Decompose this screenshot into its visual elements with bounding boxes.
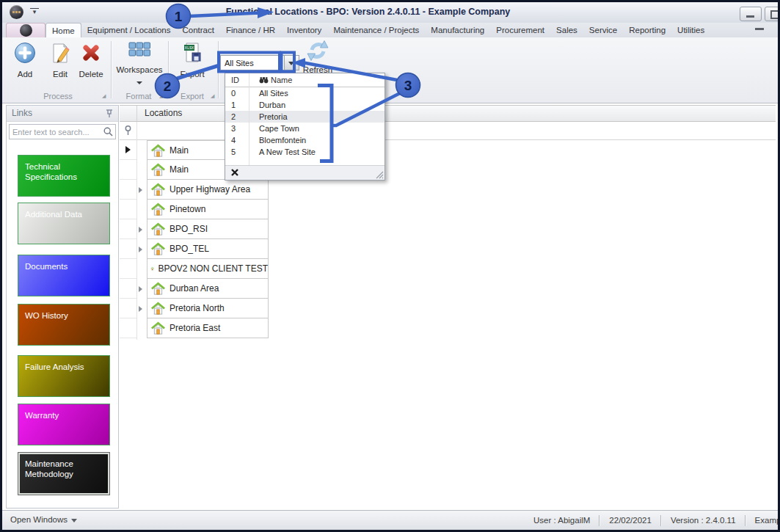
house-icon bbox=[150, 301, 166, 316]
tab-equipment-locations[interactable]: Equipment / Locations bbox=[81, 23, 177, 37]
tree-row[interactable]: BPO_RSI bbox=[120, 219, 486, 239]
site-filter-combobox: All Sites bbox=[220, 55, 299, 70]
status-fields: User : AbigailM 22/02/2021 Version : 2.4… bbox=[525, 511, 780, 530]
row-indicator bbox=[120, 259, 136, 279]
chevron-down-icon bbox=[71, 519, 77, 522]
link-button-additional-data[interactable]: Additional Data bbox=[18, 203, 110, 244]
tab-reporting[interactable]: Reporting bbox=[623, 23, 671, 37]
quick-access-dropdown[interactable]: ▾ bbox=[30, 8, 39, 15]
tree-row[interactable]: Durban Area bbox=[120, 279, 486, 299]
expand-slot bbox=[136, 200, 147, 219]
tab-procurement[interactable]: Procurement bbox=[490, 23, 550, 37]
link-button-wo-history[interactable]: WO History bbox=[18, 304, 110, 346]
tab-contract[interactable]: Contract bbox=[176, 23, 219, 37]
tree-row[interactable]: Pinetown bbox=[120, 200, 486, 219]
house-icon bbox=[150, 321, 166, 335]
pin-icon[interactable] bbox=[105, 109, 114, 119]
row-indicator-header bbox=[120, 106, 137, 121]
tree-row[interactable]: Pretoria North bbox=[120, 299, 486, 318]
group-separator bbox=[111, 41, 112, 98]
expand-icon[interactable] bbox=[139, 247, 142, 252]
tab-inventory[interactable]: Inventory bbox=[281, 23, 327, 37]
expand-slot bbox=[136, 279, 147, 299]
tab-manufacturing[interactable]: Manufacturing bbox=[425, 23, 490, 37]
minimize-icon bbox=[746, 15, 754, 18]
dialog-launcher-format[interactable]: ◢ bbox=[159, 93, 163, 99]
tab-utilities[interactable]: Utilities bbox=[671, 23, 710, 37]
maximize-button[interactable] bbox=[765, 7, 780, 21]
auto-filter-row[interactable] bbox=[120, 122, 776, 140]
group-caption-format: Format bbox=[112, 92, 165, 101]
tree-row[interactable]: Upper Highway Area bbox=[120, 180, 486, 200]
binoculars-icon bbox=[259, 76, 269, 84]
house-icon bbox=[150, 222, 166, 236]
add-icon bbox=[12, 40, 37, 65]
link-button-documents[interactable]: Documents bbox=[18, 255, 110, 296]
dropdown-footer bbox=[225, 165, 384, 180]
expand-icon[interactable] bbox=[139, 227, 142, 233]
group-caption-export: Export bbox=[170, 92, 215, 101]
add-button[interactable]: Add bbox=[8, 40, 42, 87]
svg-text:XLSX: XLSX bbox=[185, 46, 194, 51]
tab-finance-hr[interactable]: Finance / HR bbox=[220, 23, 281, 37]
tree-row-label: Pinetown bbox=[170, 204, 205, 214]
maximize-icon bbox=[770, 10, 780, 19]
status-user: User : AbigailM bbox=[525, 516, 599, 525]
expand-slot bbox=[136, 160, 147, 180]
application-menu-button[interactable] bbox=[6, 23, 45, 37]
site-filter-value[interactable]: All Sites bbox=[220, 55, 285, 70]
tree-row[interactable]: Pretoria East bbox=[120, 318, 486, 338]
tab-service[interactable]: Service bbox=[583, 23, 623, 37]
tree-row-label: Pretoria East bbox=[170, 323, 220, 333]
refresh-button[interactable]: Refresh bbox=[297, 39, 338, 74]
tree-row-label: Main bbox=[170, 164, 189, 175]
expand-icon[interactable] bbox=[139, 187, 142, 193]
filter-pin-icon bbox=[124, 125, 132, 136]
tab-home[interactable]: Home bbox=[45, 23, 81, 37]
workspaces-button[interactable]: Workspaces bbox=[114, 40, 165, 87]
column-header-name[interactable]: Name bbox=[255, 73, 384, 87]
tree-row-label: BPOV2 NON CLIENT TEST bbox=[158, 263, 268, 274]
dialog-launcher-export[interactable]: ◢ bbox=[211, 93, 214, 99]
link-button-failure-analysis[interactable]: Failure Analysis bbox=[18, 355, 110, 397]
open-windows-button[interactable]: Open Windows bbox=[10, 515, 77, 524]
link-button-warranty[interactable]: Warranty bbox=[18, 404, 110, 445]
group-separator bbox=[218, 41, 219, 98]
workspaces-icon bbox=[127, 40, 152, 61]
minimize-button[interactable] bbox=[740, 7, 762, 21]
link-button-technical-specifications[interactable]: Technical Specifications bbox=[18, 155, 110, 197]
window-title: Functional Locations - BPO: Version 2.4.… bbox=[46, 7, 690, 17]
locations-column-header[interactable]: Locations bbox=[137, 106, 182, 121]
clear-filter-button[interactable] bbox=[230, 168, 239, 177]
delete-icon bbox=[79, 40, 103, 65]
title-bar: ▾ Functional Locations - BPO: Version 2.… bbox=[2, 2, 778, 23]
ribbon-collapse-button[interactable] bbox=[755, 28, 764, 30]
expand-slot bbox=[136, 140, 147, 160]
search-input[interactable] bbox=[10, 125, 115, 139]
links-search-box bbox=[9, 124, 116, 139]
tab-maintenance-projects[interactable]: Maintenance / Projects bbox=[327, 23, 425, 37]
column-header-id[interactable]: ID bbox=[225, 73, 255, 87]
delete-button[interactable]: Delete bbox=[74, 40, 108, 87]
house-icon bbox=[150, 162, 166, 177]
ribbon: Add Edit Delete bbox=[2, 37, 778, 103]
dialog-launcher-process[interactable]: ◢ bbox=[102, 93, 106, 99]
status-date: 22/02/2021 bbox=[600, 516, 660, 525]
edit-button[interactable]: Edit bbox=[43, 40, 77, 87]
status-version: Version : 2.4.0.11 bbox=[662, 516, 745, 525]
house-icon bbox=[150, 182, 166, 197]
export-button[interactable]: XLSX Export bbox=[171, 40, 214, 87]
row-indicator bbox=[120, 279, 136, 299]
resize-grip[interactable] bbox=[374, 170, 384, 179]
expand-icon[interactable] bbox=[139, 306, 142, 312]
group-separator bbox=[168, 41, 170, 98]
tree-row[interactable]: BPOV2 NON CLIENT TEST bbox=[120, 259, 486, 279]
house-icon bbox=[150, 261, 154, 276]
expand-slot bbox=[136, 219, 147, 239]
links-panel-header: Links bbox=[7, 106, 118, 122]
tab-sales[interactable]: Sales bbox=[550, 23, 583, 37]
expand-icon[interactable] bbox=[139, 286, 142, 292]
tree-row[interactable]: BPO_TEL bbox=[120, 239, 486, 259]
tree-row-label: BPO_RSI bbox=[170, 224, 208, 234]
link-button-maintenance-methodology[interactable]: Maintenance Methodology bbox=[18, 452, 110, 495]
